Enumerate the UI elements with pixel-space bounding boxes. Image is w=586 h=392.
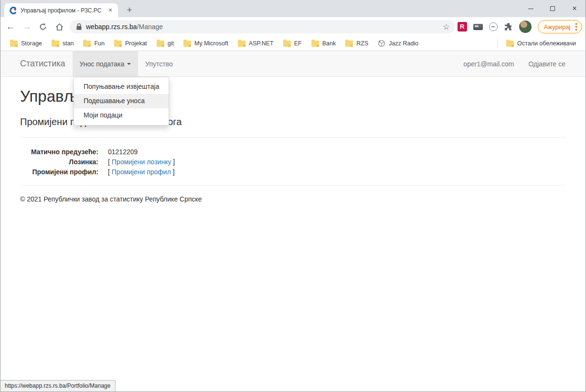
row-label: Лозинка:: [20, 157, 98, 167]
row-value: [ Промијени лозинку ]: [108, 157, 175, 167]
nav-item-uputstvo[interactable]: Упутство: [138, 51, 180, 76]
folder-icon: [183, 41, 191, 47]
bookmark-label: EF: [294, 40, 302, 47]
row-value: [ Промијени профил ]: [108, 167, 175, 177]
list-item: Лозинка: [ Промијени лозинку ]: [20, 157, 565, 167]
nav-logout-link[interactable]: Одјавите се: [521, 51, 573, 76]
bookmark-jazz-radio[interactable]: Jazz Radio: [378, 40, 418, 47]
url-domain: webapp.rzs.rs.ba: [86, 23, 137, 31]
bookmarks-bar: Storage stan Fun Projekat git My Microso…: [0, 36, 586, 51]
folder-icon: [157, 41, 164, 47]
bracket: [: [108, 168, 112, 176]
update-button-label: Ажурирај: [544, 23, 571, 31]
folder-icon: [283, 41, 291, 47]
new-tab-button[interactable]: +: [123, 4, 136, 17]
rzs-favicon-icon: [9, 7, 17, 14]
extension-r-icon[interactable]: R: [458, 22, 467, 32]
window-minimize-button[interactable]: [520, 0, 542, 17]
navbar-brand[interactable]: Статистика: [0, 51, 73, 76]
reload-icon: [39, 22, 47, 31]
browser-tab[interactable]: Управљај профилом - РЗС.РС ×: [4, 3, 118, 17]
chrome-update-button[interactable]: Ажурирај: [538, 20, 582, 33]
folder-icon: [10, 41, 18, 47]
bracket: [: [108, 158, 112, 166]
nav-item-label: Упутство: [145, 60, 173, 68]
extensions-puzzle-icon[interactable]: [504, 22, 513, 32]
bookmark-folder-stan[interactable]: stan: [52, 40, 74, 47]
account-settings-list: Матично предузеће: 01212209 Лозинка: [ П…: [20, 147, 565, 177]
bookmark-folder-bank[interactable]: Bank: [311, 40, 336, 47]
url-text: webapp.rzs.rs.ba/Manage: [86, 23, 163, 31]
folder-icon: [52, 41, 59, 47]
reload-button[interactable]: [37, 22, 49, 31]
home-button[interactable]: [53, 22, 65, 32]
home-icon: [55, 22, 64, 32]
window-close-button[interactable]: ×: [564, 0, 586, 17]
change-profile-link[interactable]: Промијени профил: [112, 168, 171, 176]
page-footer: © 2021 Републички завод за статистику Ре…: [20, 195, 565, 203]
bookmark-folder-ef[interactable]: EF: [283, 40, 302, 47]
folder-icon: [345, 41, 353, 47]
forward-button[interactable]: →: [21, 21, 33, 32]
minimize-icon: [528, 9, 533, 9]
window-maximize-button[interactable]: [542, 0, 564, 17]
bracket: ]: [171, 158, 175, 166]
site-navbar: Статистика Унос података Упутство oper1@…: [0, 51, 586, 77]
extension-circle-icon[interactable]: [489, 22, 498, 31]
bookmark-label: My Microsoft: [194, 40, 228, 47]
bookmark-folder-aspnet[interactable]: ASP.NET: [238, 40, 274, 47]
row-value: 01212209: [108, 147, 138, 157]
bookmark-folder-my-microsoft[interactable]: My Microsoft: [183, 40, 228, 47]
nav-item-label: Унос података: [80, 60, 125, 68]
bookmark-label: git: [168, 40, 174, 47]
divider: [20, 137, 565, 138]
bookmark-label: Projekat: [125, 40, 147, 47]
chevron-down-icon: [127, 63, 131, 65]
bracket: ]: [171, 168, 175, 176]
bookmark-label: ASP.NET: [249, 40, 274, 47]
bookmark-folder-projekat[interactable]: Projekat: [114, 40, 147, 47]
bookmark-star-icon[interactable]: ☆: [443, 22, 450, 32]
list-item: Матично предузеће: 01212209: [20, 147, 565, 157]
bookmark-folder-fun[interactable]: Fun: [83, 40, 105, 47]
list-item: Промијени профил: [ Промијени профил ]: [20, 167, 565, 177]
folder-icon: [83, 41, 91, 47]
back-button[interactable]: ←: [4, 21, 17, 32]
folder-icon: [114, 41, 122, 47]
folder-icon: [506, 41, 514, 47]
url-path: /Manage: [137, 23, 163, 31]
close-icon: ×: [572, 5, 576, 12]
bookmark-folder-rzs[interactable]: RZS: [345, 40, 368, 47]
dropdown-item-moji-podaci[interactable]: Моји подаци: [74, 108, 169, 123]
extension-radio-icon[interactable]: [473, 24, 483, 30]
row-label: Матично предузеће:: [20, 147, 98, 157]
folder-icon: [238, 41, 245, 47]
row-label: Промијени профил:: [20, 167, 98, 177]
profile-avatar[interactable]: [519, 21, 532, 33]
bookmark-label: Fun: [94, 40, 105, 47]
bookmark-folder-git[interactable]: git: [157, 40, 174, 47]
unos-podataka-dropdown-menu: Попуњавање извјештаја Подешавање уноса М…: [74, 77, 169, 126]
divider: [20, 185, 565, 186]
status-bar-link-preview: https://webapp.rzs.rs.ba/Portfolio/Manag…: [0, 380, 116, 392]
jazz-radio-icon: [378, 40, 385, 47]
change-password-link[interactable]: Промијени лозинку: [112, 158, 171, 166]
nav-user-email[interactable]: oper1@mail.com: [456, 51, 521, 76]
browser-window: Управљај профилом - РЗС.РС × + × ← →: [0, 0, 586, 392]
titlebar: Управљај профилом - РЗС.РС × + ×: [0, 0, 586, 17]
other-bookmarks-button[interactable]: Остали обележивачи: [506, 40, 576, 47]
page-content: Статистика Унос података Упутство oper1@…: [0, 51, 586, 359]
lock-icon[interactable]: [76, 23, 82, 30]
dropdown-item-popunjavanje-izvjestaja[interactable]: Попуњавање извјештаја: [74, 80, 169, 94]
bookmark-label: stan: [63, 40, 74, 47]
dropdown-item-podesavanje-unosa[interactable]: Подешавање уноса: [74, 94, 169, 108]
browser-toolbar: ← → webapp.rzs.rs.ba/Manage ☆ R: [0, 17, 586, 36]
browser-menu-icon[interactable]: [575, 22, 578, 32]
tab-close-icon[interactable]: ×: [107, 7, 114, 14]
bookmark-label: Bank: [322, 40, 336, 47]
folder-icon: [311, 41, 319, 47]
maximize-icon: [550, 6, 555, 11]
address-bar[interactable]: webapp.rzs.rs.ba/Manage ☆: [70, 20, 455, 33]
bookmark-folder-storage[interactable]: Storage: [10, 40, 42, 47]
nav-item-unos-podataka[interactable]: Унос података: [73, 51, 139, 76]
